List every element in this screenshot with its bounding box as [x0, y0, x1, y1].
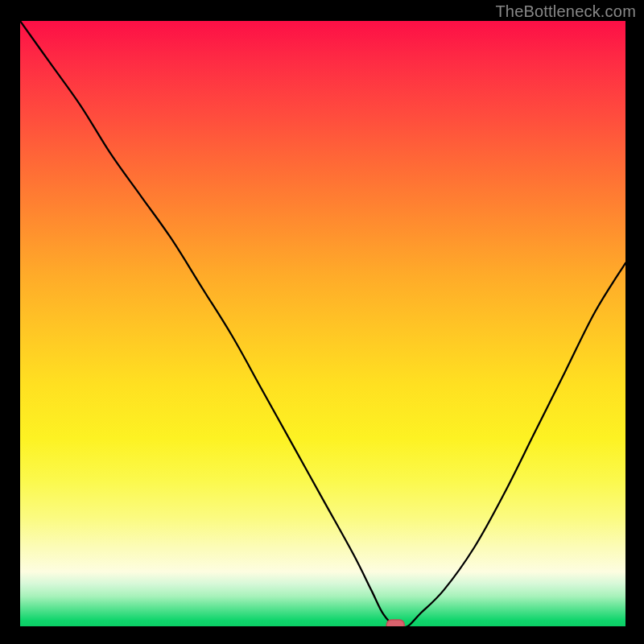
- watermark-text: TheBottleneck.com: [495, 2, 636, 21]
- chart-frame: TheBottleneck.com: [0, 0, 644, 644]
- background-gradient: [20, 21, 625, 626]
- plot-area: [20, 21, 625, 626]
